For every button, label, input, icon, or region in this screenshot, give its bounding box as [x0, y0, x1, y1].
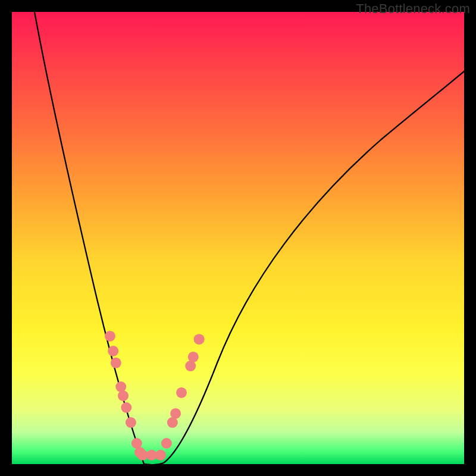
scatter-point — [188, 352, 199, 362]
watermark-text: TheBottleneck.com — [356, 1, 470, 17]
scatter-point — [126, 417, 136, 428]
chart-svg — [12, 12, 464, 464]
scatter-point — [161, 438, 172, 449]
scatter-point — [111, 358, 121, 368]
scatter-point — [118, 390, 129, 401]
scatter-point — [155, 450, 166, 461]
plot-area — [12, 12, 464, 464]
scatter-point — [194, 334, 205, 345]
scatter-point — [185, 361, 196, 371]
scatter-point — [115, 381, 126, 392]
chart-frame: TheBottleneck.com — [0, 0, 476, 476]
scatter-point — [105, 331, 115, 342]
right-curve — [144, 71, 464, 464]
scatter-markers — [105, 331, 205, 461]
scatter-point — [108, 346, 118, 356]
scatter-point — [176, 387, 187, 398]
scatter-point — [170, 408, 181, 419]
scatter-point — [121, 402, 131, 413]
